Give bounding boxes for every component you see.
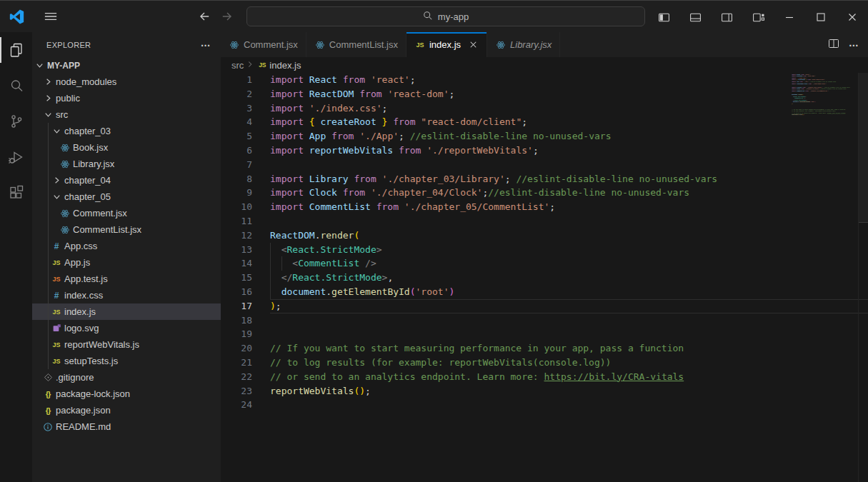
tree-item-CommentList.jsx[interactable]: CommentList.jsx bbox=[32, 221, 221, 238]
maximize-icon[interactable] bbox=[805, 1, 837, 33]
code-line[interactable]: 17); bbox=[221, 299, 868, 313]
tab-index.js[interactable]: JSindex.js bbox=[406, 32, 487, 57]
toggle-secondary-sidebar-icon[interactable] bbox=[711, 1, 742, 33]
activity-source-control-icon[interactable] bbox=[0, 104, 32, 139]
tree-item-logo.svg[interactable]: logo.svg bbox=[32, 320, 221, 336]
code-line[interactable]: 18 bbox=[221, 313, 868, 328]
breadcrumb-folder[interactable]: src bbox=[231, 60, 244, 71]
tree-item-index.css[interactable]: #index.css bbox=[32, 287, 221, 303]
code-line[interactable]: 12ReactDOM.render( bbox=[221, 229, 868, 243]
tab-Comment.jsx[interactable]: Comment.jsx bbox=[221, 32, 306, 57]
info-icon bbox=[41, 422, 54, 432]
tree-item-App.js[interactable]: JSApp.js bbox=[32, 254, 221, 271]
tree-item-chapter_04[interactable]: chapter_04 bbox=[32, 172, 221, 189]
indent-guide bbox=[270, 256, 271, 271]
line-number: 3 bbox=[221, 101, 252, 116]
editor-more-actions-icon[interactable]: ⋯ bbox=[849, 39, 859, 51]
code-line[interactable]: 7 bbox=[221, 158, 868, 172]
code-line[interactable]: 15 </React.StrictMode>, bbox=[221, 271, 868, 285]
activity-search-icon[interactable] bbox=[0, 68, 32, 104]
line-number: 21 bbox=[221, 356, 252, 370]
menu-hamburger-icon[interactable] bbox=[44, 9, 58, 24]
react-icon bbox=[59, 143, 71, 153]
tree-item-setupTests.js[interactable]: JSsetupTests.js bbox=[32, 353, 221, 369]
tree-item-package.json[interactable]: {}package.json bbox=[32, 402, 221, 418]
tree-item-Book.jsx[interactable]: Book.jsx bbox=[32, 139, 221, 156]
tree-item-reportWebVitals.js[interactable]: JSreportWebVitals.js bbox=[32, 336, 221, 353]
tree-item-MY-APP[interactable]: MY-APP bbox=[32, 57, 221, 74]
toggle-panel-icon[interactable] bbox=[679, 1, 711, 33]
code-line[interactable]: 1import React from 'react'; bbox=[221, 73, 868, 87]
tree-item-README.md[interactable]: README.md bbox=[32, 418, 221, 435]
code-line[interactable]: 9import Clock from './chapter_04/Clock';… bbox=[221, 186, 868, 200]
activity-run-debug-icon[interactable] bbox=[0, 139, 32, 175]
code-line[interactable]: 14 <CommentList /> bbox=[221, 256, 868, 271]
chevron-right-icon bbox=[41, 93, 54, 104]
line-number: 8 bbox=[221, 172, 252, 186]
git-icon bbox=[41, 373, 54, 382]
code-line[interactable]: 19 bbox=[221, 327, 868, 341]
tree-item-App.css[interactable]: #App.css bbox=[32, 238, 221, 254]
window-controls bbox=[648, 1, 868, 33]
code-line[interactable]: 3import './index.css'; bbox=[221, 101, 868, 116]
tree-item-chapter_03[interactable]: chapter_03 bbox=[32, 123, 221, 139]
breadcrumb-file[interactable]: index.js bbox=[269, 60, 301, 71]
code-line[interactable]: 23reportWebVitals(); bbox=[221, 384, 868, 398]
editor-scrollbar[interactable] bbox=[858, 73, 868, 482]
react-icon bbox=[495, 40, 507, 50]
tree-item-Comment.jsx[interactable]: Comment.jsx bbox=[32, 205, 221, 221]
customize-layout-icon[interactable] bbox=[742, 1, 774, 33]
activity-extensions-icon[interactable] bbox=[0, 175, 32, 211]
react-icon bbox=[229, 40, 240, 50]
nav-back-icon[interactable] bbox=[198, 10, 211, 23]
code-line[interactable]: 5import App from './App'; //eslint-disab… bbox=[221, 129, 868, 144]
code-editor[interactable]: 1import React from 'react';2import React… bbox=[221, 73, 868, 482]
code-line[interactable]: 22// or send to an analytics endpoint. L… bbox=[221, 370, 868, 384]
tree-item-App.test.js[interactable]: JSApp.test.js bbox=[32, 271, 221, 287]
tab-Library.jsx[interactable]: Library.jsx bbox=[487, 32, 560, 57]
minimap[interactable]: import React from 'react';import ReactDO… bbox=[792, 74, 850, 195]
minimize-icon[interactable] bbox=[774, 1, 805, 33]
tree-item-index.js[interactable]: JSindex.js bbox=[32, 303, 221, 320]
tree-item-.gitignore[interactable]: .gitignore bbox=[32, 369, 221, 386]
tree-item-chapter_05[interactable]: chapter_05 bbox=[32, 189, 221, 205]
tree-item-Library.jsx[interactable]: Library.jsx bbox=[32, 156, 221, 172]
code-line[interactable]: 11 bbox=[221, 214, 868, 229]
js-test-icon: JS bbox=[50, 276, 63, 283]
command-center-search[interactable]: my-app bbox=[246, 6, 645, 26]
close-window-icon[interactable] bbox=[837, 1, 868, 33]
nav-forward-icon[interactable] bbox=[221, 10, 234, 23]
tree-item-package-lock.json[interactable]: {}package-lock.json bbox=[32, 386, 221, 402]
tree-item-public[interactable]: public bbox=[32, 90, 221, 106]
sidebar-header: EXPLORER ⋯ bbox=[32, 32, 221, 57]
code-line[interactable]: 6import reportWebVitals from './reportWe… bbox=[221, 144, 868, 158]
code-line[interactable]: 16 document.getElementById('root') bbox=[221, 285, 868, 299]
react-icon bbox=[314, 40, 326, 50]
code-line[interactable]: 20// If you want to start measuring perf… bbox=[221, 341, 868, 356]
line-number: 22 bbox=[221, 370, 252, 384]
tree-item-src[interactable]: src bbox=[32, 106, 221, 123]
line-number: 10 bbox=[221, 200, 252, 214]
explorer-more-actions-icon[interactable]: ⋯ bbox=[201, 39, 211, 51]
split-editor-icon[interactable] bbox=[828, 38, 839, 52]
line-number: 20 bbox=[221, 341, 252, 356]
close-tab-icon[interactable] bbox=[468, 39, 479, 50]
code-line[interactable]: 21// to log results (for example: report… bbox=[221, 356, 868, 370]
line-number: 12 bbox=[221, 229, 252, 243]
activity-explorer-icon[interactable] bbox=[0, 32, 32, 68]
code-line[interactable]: 10import CommentList from './chapter_05/… bbox=[221, 200, 868, 214]
line-number: 4 bbox=[221, 115, 252, 129]
code-line[interactable]: 13 <React.StrictMode> bbox=[221, 243, 868, 257]
tree-item-node_modules[interactable]: node_modules bbox=[32, 74, 221, 90]
code-line[interactable]: 24 bbox=[221, 398, 868, 412]
svg-image-icon bbox=[50, 323, 63, 333]
toggle-sidebar-icon[interactable] bbox=[648, 1, 679, 33]
search-value: my-app bbox=[438, 11, 469, 22]
scrollbar-thumb[interactable] bbox=[859, 73, 868, 223]
tab-strip: Comment.jsxCommentList.jsxJSindex.jsLibr… bbox=[221, 32, 560, 57]
tab-CommentList.jsx[interactable]: CommentList.jsx bbox=[306, 32, 406, 57]
code-line[interactable]: 8import Library from './chapter_03/Libra… bbox=[221, 172, 868, 186]
code-line[interactable]: 2import ReactDOM from 'react-dom'; bbox=[221, 87, 868, 101]
code-line[interactable]: 4import { createRoot } from "react-dom/c… bbox=[221, 115, 868, 129]
line-number: 13 bbox=[221, 243, 252, 257]
